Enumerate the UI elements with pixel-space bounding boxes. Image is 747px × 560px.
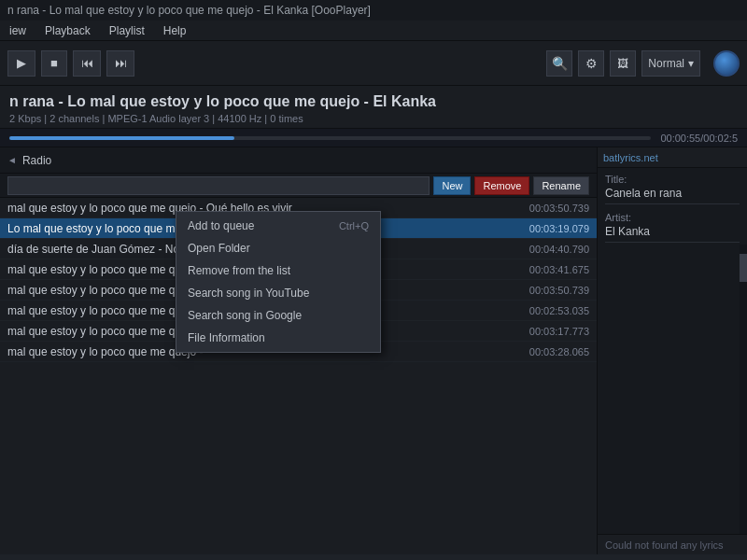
menu-playlist[interactable]: Playlist — [104, 23, 150, 38]
scroll-thumb[interactable] — [740, 254, 747, 282]
ctx-item-label-3: Search song in YouTube — [188, 287, 309, 300]
playlist-search-input[interactable] — [7, 176, 430, 195]
progress-bar[interactable] — [9, 136, 651, 140]
mode-label: Normal — [648, 57, 684, 70]
main-content: ◄ Radio New Remove Rename mal que estoy … — [0, 147, 747, 554]
artist-value: El Kanka — [605, 225, 740, 243]
playlist-item-duration-4: 00:03:50.739 — [529, 285, 589, 296]
context-menu-item-0[interactable]: Add to queueCtrl+Q — [176, 215, 380, 237]
lyrics-area[interactable] — [598, 245, 747, 534]
skin-button[interactable]: 🖼 — [610, 50, 636, 77]
dropdown-arrow: ▾ — [688, 57, 694, 70]
lyrics-status: Could not found any lyrics — [598, 534, 747, 554]
title-bar: n rana - Lo mal que estoy y lo poco que … — [0, 0, 747, 21]
context-menu-item-1[interactable]: Open Folder — [176, 237, 380, 259]
search-button[interactable]: 🔍 — [546, 50, 572, 77]
progress-area[interactable]: 00:00:55/00:02:5 — [0, 129, 747, 147]
playlist-name: Radio — [22, 154, 589, 167]
play-button[interactable]: ▶ — [7, 50, 35, 77]
track-title: n rana - Lo mal que estoy y lo poco que … — [9, 93, 738, 110]
playlist-icon: ◄ — [7, 155, 17, 165]
ctx-item-label-1: Open Folder — [188, 242, 250, 255]
menu-playback[interactable]: Playback — [39, 23, 96, 38]
artist-field: Artist: El Kanka — [598, 206, 747, 245]
playlist-item-duration-7: 00:03:28.065 — [529, 346, 589, 357]
volume-knob[interactable] — [713, 50, 740, 77]
playlist-header: ◄ Radio — [0, 147, 597, 174]
playlist-item-duration-6: 00:03:17.773 — [529, 326, 589, 337]
menu-view[interactable]: iew — [4, 23, 32, 38]
playlist-item-duration-3: 00:03:41.675 — [529, 264, 589, 275]
toolbar: ▶ ■ ⏮ ⏭ 🔍 ⚙ 🖼 Normal ▾ — [0, 41, 747, 86]
progress-fill — [9, 136, 234, 140]
lyrics-site: batlyrics.net — [598, 147, 747, 168]
ctx-item-shortcut-0: Ctrl+Q — [339, 220, 369, 231]
playlist-item-duration-0: 00:03:50.739 — [529, 203, 589, 214]
window-title: n rana - Lo mal que estoy y lo poco que … — [7, 4, 371, 17]
ctx-item-label-2: Remove from the list — [188, 264, 290, 277]
stop-button[interactable]: ■ — [41, 50, 67, 77]
time-display: 00:00:55/00:02:5 — [660, 133, 738, 144]
context-menu: Add to queueCtrl+QOpen FolderRemove from… — [176, 211, 381, 353]
playlist-item-duration-1: 00:03:19.079 — [529, 223, 589, 234]
right-panel: batlyrics.net Title: Canela en rana Arti… — [598, 147, 747, 554]
context-menu-item-5[interactable]: File Information — [176, 327, 380, 349]
prev-button[interactable]: ⏮ — [73, 50, 101, 77]
title-label: Title: — [605, 174, 740, 185]
playlist-item-duration-5: 00:02:53.035 — [529, 305, 589, 316]
title-field: Title: Canela en rana — [598, 168, 747, 206]
ctx-item-label-4: Search song in Google — [188, 309, 302, 322]
mode-dropdown[interactable]: Normal ▾ — [641, 50, 700, 77]
settings-button[interactable]: ⚙ — [578, 50, 604, 77]
ctx-item-label-0: Add to queue — [188, 219, 254, 232]
remove-playlist-button[interactable]: Remove — [474, 176, 529, 195]
rename-playlist-button[interactable]: Rename — [533, 176, 589, 195]
playlist-item-duration-2: 00:04:40.790 — [529, 244, 589, 255]
context-menu-item-2[interactable]: Remove from the list — [176, 259, 380, 282]
playlist-toolbar: New Remove Rename — [0, 174, 597, 198]
context-menu-item-3[interactable]: Search song in YouTube — [176, 282, 380, 304]
scrollbar[interactable] — [740, 245, 747, 534]
next-button[interactable]: ⏭ — [106, 50, 134, 77]
menu-bar: iew Playback Playlist Help — [0, 21, 747, 41]
now-playing-area: n rana - Lo mal que estoy y lo poco que … — [0, 86, 747, 129]
context-menu-item-4[interactable]: Search song in Google — [176, 304, 380, 327]
playlist-panel: ◄ Radio New Remove Rename mal que estoy … — [0, 147, 598, 554]
artist-label: Artist: — [605, 212, 740, 223]
ctx-item-label-5: File Information — [188, 331, 265, 344]
new-playlist-button[interactable]: New — [433, 176, 471, 195]
track-info: 2 Kbps | 2 channels | MPEG-1 Audio layer… — [9, 113, 738, 124]
title-value: Canela en rana — [605, 187, 740, 204]
menu-help[interactable]: Help — [158, 23, 192, 38]
